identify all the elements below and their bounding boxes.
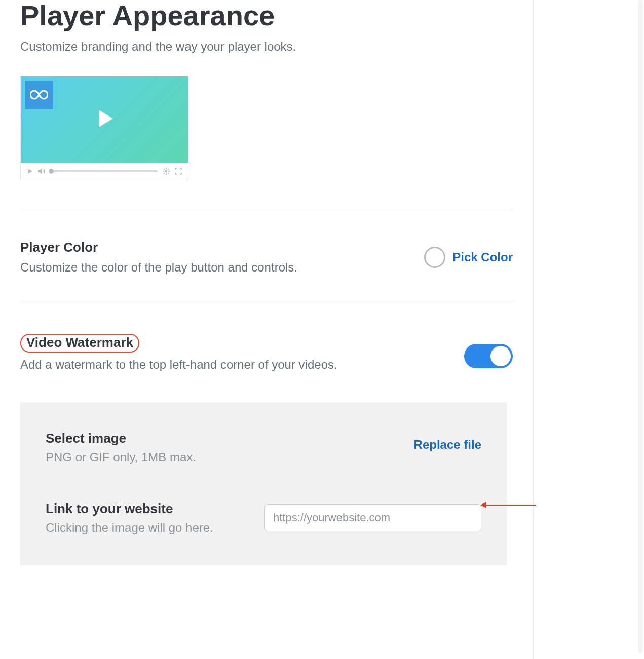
fullscreen-icon[interactable] — [175, 168, 182, 175]
play-small-icon[interactable] — [27, 168, 33, 174]
replace-file-link[interactable]: Replace file — [414, 438, 481, 452]
volume-icon[interactable] — [38, 168, 46, 174]
website-url-input[interactable] — [264, 504, 481, 531]
select-image-description: PNG or GIF only, 1MB max. — [46, 450, 196, 464]
pick-color-link[interactable]: Pick Color — [452, 250, 513, 264]
infinity-icon — [30, 90, 48, 100]
svg-line-10 — [168, 169, 169, 170]
svg-marker-0 — [99, 110, 113, 127]
gear-icon[interactable] — [163, 168, 170, 175]
svg-marker-2 — [38, 169, 42, 174]
player-controls — [21, 163, 188, 180]
select-image-heading: Select image — [46, 431, 196, 446]
toggle-knob — [490, 346, 511, 366]
svg-line-9 — [168, 173, 169, 174]
progress-thumb[interactable] — [49, 169, 54, 174]
play-icon[interactable] — [91, 105, 118, 134]
watermark-toggle[interactable] — [464, 344, 513, 368]
player-video-area — [21, 76, 188, 163]
watermark-settings-panel: Select image PNG or GIF only, 1MB max. R… — [20, 402, 507, 565]
svg-line-11 — [164, 173, 165, 174]
svg-line-8 — [164, 169, 165, 170]
page-subtitle: Customize branding and the way your play… — [20, 40, 513, 54]
svg-marker-1 — [28, 169, 32, 174]
progress-bar[interactable] — [51, 170, 158, 172]
video-watermark-description: Add a watermark to the top left-hand cor… — [20, 358, 337, 372]
player-preview — [20, 76, 188, 180]
divider — [20, 303, 513, 303]
video-watermark-heading: Video Watermark — [20, 334, 139, 353]
scrollbar[interactable] — [638, 0, 643, 653]
annotation-arrow — [480, 502, 536, 508]
pick-color-control[interactable]: Pick Color — [424, 247, 513, 268]
player-color-heading: Player Color — [20, 240, 297, 255]
link-website-heading: Link to your website — [46, 501, 213, 517]
page-title: Player Appearance — [20, 0, 513, 31]
divider — [20, 209, 513, 209]
player-color-section: Player Color Customize the color of the … — [20, 240, 513, 275]
video-watermark-section: Video Watermark Add a watermark to the t… — [20, 334, 513, 372]
svg-point-3 — [165, 170, 168, 172]
player-color-description: Customize the color of the play button a… — [20, 260, 297, 275]
color-swatch[interactable] — [424, 247, 445, 268]
watermark-logo — [25, 81, 53, 109]
link-website-description: Clicking the image will go here. — [46, 521, 213, 535]
